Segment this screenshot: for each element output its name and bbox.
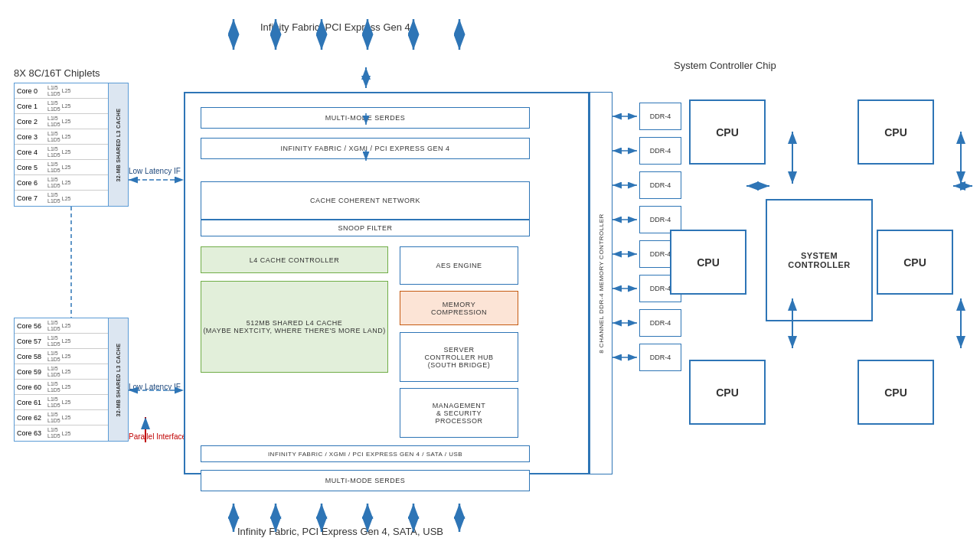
- chiplet1-box: Core 0 L1I5 L1D5 L25 Core 1 L1I5 L1D5 L2…: [14, 83, 129, 207]
- infinity-top-box: INFINITY FABRIC / XGMI / PCI EXPRESS GEN…: [201, 138, 530, 159]
- core-name: Core 60: [17, 383, 46, 391]
- core-name: Core 0: [17, 87, 46, 95]
- bottom-label: Infinity Fabric, PCI Express Gen 4, SATA…: [237, 526, 443, 537]
- core-name: Core 59: [17, 368, 46, 376]
- server-ctrl-box: SERVER CONTROLLER HUB (SOUTH BRIDGE): [400, 332, 518, 382]
- infinity-top-label: INFINITY FABRIC / XGMI / PCI EXPRESS GEN…: [281, 145, 450, 152]
- mem-compress-label: MEMORY COMPRESSION: [431, 301, 487, 316]
- core-name: Core 63: [17, 429, 46, 437]
- core-name: Core 5: [17, 164, 46, 171]
- cpu-mid-left: CPU: [670, 230, 746, 295]
- cache-coherent-label: CACHE COHERENT NETWORK: [310, 197, 420, 204]
- diagram: Infinity Fabric, PCI Express Gen 4 Infin…: [0, 0, 980, 551]
- parallel-interface: Parallel Interface?: [129, 432, 191, 441]
- core-name: Core 61: [17, 399, 46, 406]
- core-name: Core 7: [17, 194, 46, 202]
- main-chip: MULTI-MODE SERDES INFINITY FABRIC / XGMI…: [184, 92, 590, 474]
- core-name: Core 4: [17, 148, 46, 156]
- core-name: Core 1: [17, 103, 46, 110]
- aes-box: AES ENGINE: [400, 246, 518, 285]
- l4-ctrl-label: L4 CACHE CONTROLLER: [250, 256, 340, 264]
- mem-ctrl-label: 8 CHANNEL DDR-4 MEMORY CONTROLLER: [598, 214, 605, 354]
- sys-ctrl-center-label: SYSTEM CONTROLLER: [788, 251, 850, 269]
- l3-cache-label-1: 32-MB SHARED L3 CACHE: [116, 108, 121, 181]
- serdes-top-box: MULTI-MODE SERDES: [201, 107, 530, 129]
- sys-ctrl-title: System Controller Chip: [674, 60, 776, 71]
- infinity-bot-box: INFINITY FABRIC / XGMI / PCI EXPRESS GEN…: [201, 445, 530, 462]
- cpu-top-left: CPU: [689, 99, 766, 165]
- serdes-bot-box: MULTI-MODE SERDES: [201, 470, 530, 491]
- cpu-mid-right: CPU: [877, 230, 953, 295]
- core-name: Core 2: [17, 118, 46, 126]
- mem-compress-box: MEMORY COMPRESSION: [400, 291, 518, 325]
- serdes-top-label: MULTI-MODE SERDES: [325, 114, 405, 122]
- core-name: Core 58: [17, 353, 46, 360]
- snoop-label: SNOOP FILTER: [338, 224, 392, 232]
- cpu-bot-left: CPU: [689, 360, 766, 425]
- l4-ctrl-box: L4 CACHE CONTROLLER: [201, 246, 388, 273]
- core-name: Core 56: [17, 322, 46, 330]
- mgmt-label: MANAGEMENT & SECURITY PROCESSOR: [433, 402, 486, 425]
- serdes-bot-label: MULTI-MODE SERDES: [325, 477, 405, 484]
- mem-controller-strip: 8 CHANNEL DDR-4 MEMORY CONTROLLER: [590, 92, 612, 474]
- server-ctrl-label: SERVER CONTROLLER HUB (SOUTH BRIDGE): [424, 346, 493, 369]
- l3-cache-label-2: 32-MB SHARED L3 CACHE: [116, 343, 121, 416]
- sys-ctrl-area: CPU CPU CPU SYSTEM CONTROLLER CPU CPU CP…: [666, 77, 965, 474]
- top-label: Infinity Fabric, PCI Express Gen 4: [260, 21, 410, 33]
- snoop-box: SNOOP FILTER: [201, 220, 530, 236]
- cpu-bot-right: CPU: [858, 360, 934, 425]
- core-name: Core 3: [17, 133, 46, 141]
- l4-cache-label: 512MB SHARED L4 CACHE (maybe nextcity, w…: [203, 319, 385, 334]
- core-name: Core 57: [17, 337, 46, 345]
- chiplet-title: 8X 8C/16T Chiplets: [14, 67, 100, 79]
- l4-cache-box: 512MB SHARED L4 CACHE (maybe nextcity, w…: [201, 281, 388, 373]
- cpu-top-right: CPU: [858, 99, 934, 165]
- mgmt-box: MANAGEMENT & SECURITY PROCESSOR: [400, 388, 518, 438]
- low-latency-1: Low Latency IF: [129, 167, 181, 175]
- core-name: Core 6: [17, 179, 46, 187]
- cache-coherent-box: CACHE COHERENT NETWORK: [201, 181, 530, 220]
- core-name: Core 62: [17, 414, 46, 422]
- aes-label: AES ENGINE: [436, 262, 482, 269]
- sys-ctrl-center: SYSTEM CONTROLLER: [766, 199, 873, 321]
- chiplet2-box: Core 56 L1I5 L1D5 L25 Core 57 L1I5 L1D5 …: [14, 318, 129, 442]
- infinity-bot-label: INFINITY FABRIC / XGMI / PCI EXPRESS GEN…: [268, 451, 462, 458]
- low-latency-2: Low Latency IF: [129, 383, 181, 391]
